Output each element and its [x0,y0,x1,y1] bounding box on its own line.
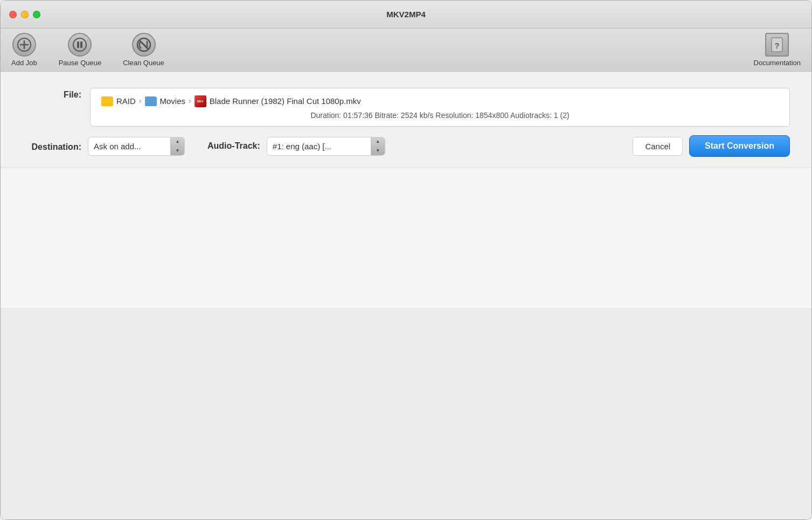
clean-queue-icon [132,33,156,57]
svg-text:?: ? [775,41,780,50]
destination-dropdown[interactable]: Ask on add... ▲ ▼ [88,137,185,156]
raid-folder-icon [101,96,113,106]
toolbar: Add Job Pause Queue [1,29,811,72]
mkv-file-icon: MKV [195,95,206,107]
svg-rect-5 [80,41,82,48]
path-sep-1: › [139,96,142,105]
audio-track-select[interactable]: #1: eng (aac) [... [267,137,371,155]
audio-track-arrow-down[interactable]: ▼ [371,147,385,155]
audio-track-label: Audio-Track: [207,141,260,151]
movies-folder-icon [145,96,157,106]
file-path: RAID › Movies › MKV Blade Runner (1982) … [101,95,779,107]
clean-queue-button[interactable]: Clean Queue [123,33,164,67]
raid-label: RAID [116,96,136,106]
main-content: File: RAID › Movies › MKV [1,72,811,519]
destination-arrow-down[interactable]: ▼ [171,147,184,155]
pause-queue-button[interactable]: Pause Queue [59,33,102,67]
add-job-icon [12,33,36,57]
path-sep-2: › [189,96,191,105]
clean-queue-label: Clean Queue [123,59,164,67]
documentation-button[interactable]: ? Documentation [754,33,801,67]
window-title: MKV2MP4 [386,10,426,19]
destination-select[interactable]: Ask on add... [88,137,170,155]
audio-track-stepper[interactable]: ▲ ▼ [371,137,385,155]
file-row: File: RAID › Movies › MKV [22,88,790,127]
queue-area-bottom [1,309,811,519]
start-conversion-button[interactable]: Start Conversion [689,135,790,157]
file-info-box: RAID › Movies › MKV Blade Runner (1982) … [90,88,790,127]
cancel-button[interactable]: Cancel [633,137,683,156]
app-window: MKV2MP4 Add Job Pause Queue [0,0,812,520]
minimize-button[interactable] [21,11,29,18]
destination-label: Destination: [22,140,81,152]
documentation-label: Documentation [754,59,801,67]
file-meta: Duration: 01:57:36 Bitrate: 2524 kb/s Re… [101,111,779,120]
audio-track-dropdown[interactable]: #1: eng (aac) [... ▲ ▼ [267,137,385,156]
pause-queue-label: Pause Queue [59,59,102,67]
maximize-button[interactable] [33,11,40,18]
queue-area-top [1,168,811,308]
movies-label: Movies [160,96,186,106]
documentation-icon: ? [765,33,789,57]
svg-rect-4 [77,41,79,48]
audio-track-arrow-up[interactable]: ▲ [371,137,385,147]
close-button[interactable] [9,11,17,18]
pause-queue-icon [68,33,92,57]
add-job-label: Add Job [11,59,37,67]
svg-point-3 [73,38,86,51]
destination-arrow-up[interactable]: ▲ [171,137,184,147]
title-bar: MKV2MP4 [1,1,811,29]
file-label: File: [22,88,81,100]
file-panel: File: RAID › Movies › MKV [1,72,811,168]
destination-stepper[interactable]: ▲ ▼ [170,137,184,155]
window-controls [9,11,40,18]
add-job-button[interactable]: Add Job [11,33,37,67]
controls-row: Destination: Ask on add... ▲ ▼ Audio-Tra… [22,135,790,157]
filename-label: Blade Runner (1982) Final Cut 1080p.mkv [210,96,361,106]
